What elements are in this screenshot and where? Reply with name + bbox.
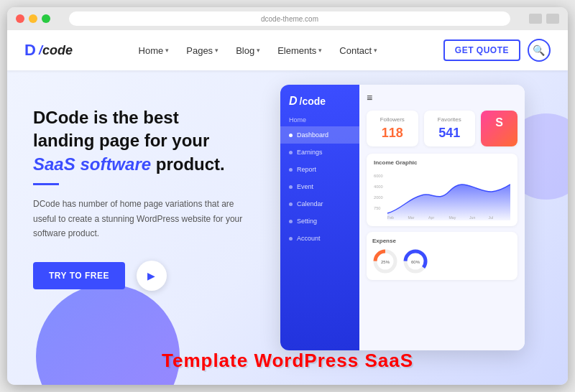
dash-nav-item-report[interactable]: Report bbox=[280, 161, 359, 178]
donut2-pct: 60% bbox=[411, 260, 420, 264]
dash-nav-item-setting[interactable]: Setting bbox=[280, 213, 359, 230]
svg-text:Apr: Apr bbox=[428, 215, 434, 220]
expense-donuts: 25% 60% bbox=[372, 248, 512, 274]
hero-visual: D /code Home Dashboard Earnings bbox=[266, 70, 568, 385]
svg-text:Jun: Jun bbox=[469, 215, 475, 220]
dash-nav-label-setting: Setting bbox=[297, 218, 317, 225]
svg-text:May: May bbox=[449, 215, 456, 220]
nav-item-contact[interactable]: Contact ▾ bbox=[339, 45, 377, 56]
dash-nav-label-calendar: Calendar bbox=[297, 200, 323, 207]
dash-nav-item-account[interactable]: Account bbox=[280, 230, 359, 247]
dashboard-mockup: D /code Home Dashboard Earnings bbox=[280, 85, 525, 350]
dash-nav-label-earnings: Earnings bbox=[297, 149, 323, 156]
dash-nav-item-event[interactable]: Event bbox=[280, 178, 359, 195]
url-text: dcode-theme.com bbox=[261, 15, 318, 23]
svg-text:Jul: Jul bbox=[489, 215, 494, 220]
dash-nav-home-label: Home bbox=[280, 116, 359, 123]
minimize-button[interactable] bbox=[29, 14, 37, 23]
followers-label: Followers bbox=[374, 116, 411, 123]
hero-title-italic: SaaS software bbox=[33, 154, 151, 174]
nav-item-elements[interactable]: Elements ▾ bbox=[277, 45, 322, 56]
site-logo[interactable]: D /code bbox=[24, 41, 73, 60]
overlay-text-container: Template WordPress SaaS bbox=[7, 350, 568, 372]
close-button[interactable] bbox=[16, 14, 24, 23]
dash-dot-icon bbox=[289, 220, 293, 223]
hamburger-icon[interactable]: ≡ bbox=[367, 92, 372, 103]
nav-item-pages[interactable]: Pages ▾ bbox=[186, 45, 218, 56]
hero-content: DCode is the best landing page for your … bbox=[7, 70, 266, 385]
nav-item-home[interactable]: Home ▾ bbox=[139, 45, 170, 56]
chevron-down-icon: ▾ bbox=[215, 47, 218, 54]
dash-dot-icon bbox=[289, 202, 293, 206]
svg-text:Mar: Mar bbox=[408, 215, 415, 220]
browser-titlebar: dcode-theme.com bbox=[7, 7, 568, 30]
svg-text:Feb: Feb bbox=[387, 215, 394, 220]
dash-dot-icon bbox=[289, 151, 293, 154]
get-quote-button[interactable]: GET QUOTE bbox=[443, 39, 520, 61]
dash-nav-item-dashboard[interactable]: Dashboard bbox=[280, 126, 359, 144]
hero-title-end: product. bbox=[151, 154, 225, 174]
browser-actions bbox=[529, 14, 559, 24]
dash-nav-item-earnings[interactable]: Earnings bbox=[280, 144, 359, 161]
donut-chart-2: 60% bbox=[402, 248, 428, 274]
dashboard-bottom-row: Expense 25% bbox=[367, 232, 518, 280]
search-button[interactable]: 🔍 bbox=[528, 39, 551, 62]
svg-text:4000: 4000 bbox=[374, 185, 383, 189]
stat-card-partial: S bbox=[481, 111, 518, 146]
income-chart-card: Income Graphic 6000 4000 2000 750 bbox=[367, 154, 518, 226]
url-bar[interactable]: dcode-theme.com bbox=[69, 11, 510, 26]
partial-value: S bbox=[488, 116, 510, 129]
maximize-button[interactable] bbox=[42, 14, 50, 23]
hero-title-line2: landing page for your bbox=[33, 131, 209, 150]
try-free-button[interactable]: TRY TO FREE bbox=[33, 262, 125, 289]
website-content: D /code Home ▾ Pages ▾ Blog ▾ Elements ▾… bbox=[7, 30, 568, 385]
browser-share-icon[interactable] bbox=[529, 14, 542, 24]
chevron-down-icon: ▾ bbox=[374, 47, 377, 54]
dashboard-topbar: ≡ bbox=[367, 92, 518, 103]
dashboard-stats: Followers 118 Favorites 541 S bbox=[367, 111, 518, 146]
dash-nav-label-report: Report bbox=[297, 166, 316, 173]
browser-window: dcode-theme.com D /code Home ▾ Pages ▾ B… bbox=[7, 7, 568, 385]
hero-description: DCode has number of home page variations… bbox=[33, 197, 244, 241]
svg-text:750: 750 bbox=[374, 206, 381, 210]
dash-dot-icon bbox=[289, 134, 293, 137]
income-chart-svg: 6000 4000 2000 750 bbox=[374, 170, 510, 220]
play-button[interactable]: ▶ bbox=[137, 261, 167, 291]
dash-dot-icon bbox=[289, 237, 293, 241]
stat-card-followers: Followers 118 bbox=[367, 111, 418, 146]
browser-reload-icon[interactable] bbox=[546, 14, 559, 24]
logo-d-letter: D bbox=[24, 41, 36, 60]
dashboard-sidebar: D /code Home Dashboard Earnings bbox=[280, 85, 359, 350]
expense-card: Expense 25% bbox=[367, 232, 518, 280]
chart-title: Income Graphic bbox=[374, 159, 510, 166]
hero-title-line1: DCode is the best bbox=[33, 108, 179, 127]
dash-nav-label-event: Event bbox=[297, 183, 313, 190]
dash-nav-label-dashboard: Dashboard bbox=[297, 131, 328, 139]
svg-text:2000: 2000 bbox=[374, 195, 383, 200]
favorites-value: 541 bbox=[431, 126, 469, 141]
dash-nav-label-account: Account bbox=[297, 235, 321, 242]
followers-value: 118 bbox=[374, 126, 411, 141]
dash-dot-icon bbox=[289, 168, 293, 172]
dash-logo-text: /code bbox=[300, 95, 326, 107]
hero-buttons: TRY TO FREE ▶ bbox=[33, 261, 244, 291]
svg-text:6000: 6000 bbox=[374, 174, 383, 178]
play-icon: ▶ bbox=[147, 270, 155, 281]
stat-card-favorites: Favorites 541 bbox=[424, 111, 476, 146]
dash-logo-d: D bbox=[289, 95, 298, 108]
dashboard-main: ≡ Followers 118 Favorites 541 bbox=[359, 85, 525, 350]
overlay-text: Template WordPress SaaS bbox=[7, 350, 568, 372]
dash-dot-icon bbox=[289, 185, 293, 189]
nav-item-blog[interactable]: Blog ▾ bbox=[236, 45, 260, 56]
chevron-down-icon: ▾ bbox=[257, 47, 260, 54]
dash-nav-item-calendar[interactable]: Calendar bbox=[280, 195, 359, 213]
expense-label: Expense bbox=[372, 238, 512, 244]
favorites-label: Favorites bbox=[431, 116, 469, 123]
chevron-down-icon: ▾ bbox=[318, 47, 322, 54]
donut1-pct: 25% bbox=[381, 260, 390, 264]
hero-title: DCode is the best landing page for your … bbox=[33, 106, 244, 176]
dashboard-logo: D /code bbox=[280, 95, 359, 116]
chevron-down-icon: ▾ bbox=[165, 47, 169, 54]
logo-text: /code bbox=[39, 43, 73, 58]
navbar-actions: GET QUOTE 🔍 bbox=[443, 39, 551, 62]
